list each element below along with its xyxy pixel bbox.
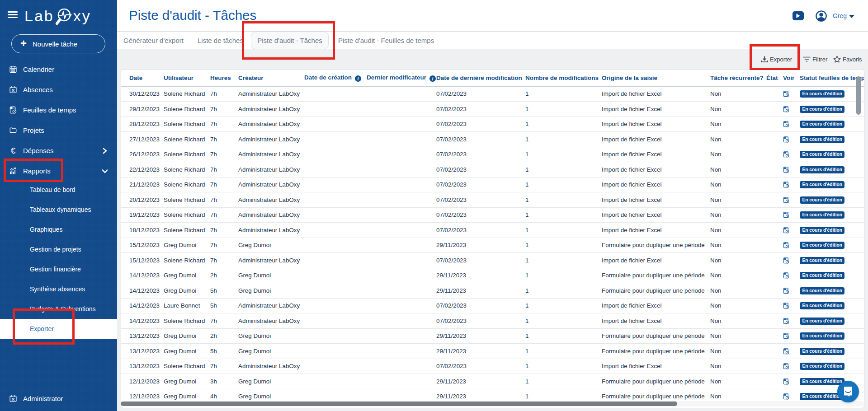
view-timesheet-icon[interactable] xyxy=(783,318,789,324)
view-timesheet-icon[interactable] xyxy=(783,363,789,369)
view-timesheet-icon[interactable] xyxy=(783,257,789,264)
table-row[interactable]: 21/12/2023 Solene Richard 7h Administrat… xyxy=(121,177,864,192)
cell-state xyxy=(758,117,775,132)
sidebar-submenu-item[interactable]: Synthèse absences xyxy=(0,279,117,299)
column-header[interactable]: Dernier modificateuri xyxy=(359,70,428,86)
table-row[interactable]: 18/12/2023 Solene Richard 7h Administrat… xyxy=(121,223,864,238)
table-row[interactable]: 13/12/2023 Greg Dumoi 2h Greg Dumoi 29/1… xyxy=(121,328,864,344)
view-timesheet-icon[interactable] xyxy=(783,106,789,112)
horizontal-scrollbar-thumb[interactable] xyxy=(121,402,677,406)
cell-view xyxy=(775,223,792,238)
view-timesheet-icon[interactable] xyxy=(783,333,789,339)
column-header[interactable]: Heures xyxy=(202,70,230,86)
sidebar-item[interactable]: Rapports xyxy=(0,161,117,181)
table-row[interactable]: 26/12/2023 Solene Richard 7h Administrat… xyxy=(121,147,864,162)
sidebar-submenu-item[interactable]: Gestion financière xyxy=(0,259,117,279)
sidebar-submenu-item[interactable]: Graphiques xyxy=(0,220,117,239)
view-timesheet-icon[interactable] xyxy=(783,136,789,143)
column-header[interactable]: Date de créationi xyxy=(296,70,359,86)
view-timesheet-icon[interactable] xyxy=(783,197,789,203)
user-menu[interactable]: Greg xyxy=(816,10,854,22)
cell-view xyxy=(775,359,792,374)
new-task-button[interactable]: + Nouvelle tâche xyxy=(11,34,105,53)
info-icon[interactable]: i xyxy=(429,75,436,82)
view-timesheet-icon[interactable] xyxy=(783,393,789,400)
hamburger-menu-icon[interactable] xyxy=(8,11,18,18)
cell-hours: 7h xyxy=(202,253,230,268)
sidebar-submenu-item[interactable]: Gestion de projets xyxy=(0,239,117,259)
column-header[interactable]: Statut feuilles de temps xyxy=(792,70,864,86)
vertical-scrollbar-thumb[interactable] xyxy=(856,76,861,115)
sidebar-submenu: Tableau de bord Tableaux dynamiques Grap… xyxy=(0,180,117,339)
table-row[interactable]: 14/12/2023 Greg Dumoi 2h Greg Dumoi 29/1… xyxy=(121,268,864,283)
video-tutorial-button[interactable] xyxy=(793,11,804,20)
view-timesheet-icon[interactable] xyxy=(783,121,789,127)
view-timesheet-icon[interactable] xyxy=(783,288,789,294)
column-header[interactable]: Utilisateur xyxy=(156,70,202,86)
info-icon[interactable]: i xyxy=(355,75,361,82)
table-row[interactable]: 20/12/2023 Solene Richard 7h Administrat… xyxy=(121,192,864,208)
sidebar-item[interactable]: € Dépenses xyxy=(0,140,117,161)
table-row[interactable]: 13/12/2023 Solene Richard 7h Administrat… xyxy=(121,359,864,374)
status-badge: En cours d'édition xyxy=(800,211,844,219)
favorites-button[interactable]: Favoris xyxy=(833,56,862,63)
cell-view xyxy=(775,207,792,223)
table-row[interactable]: 27/12/2023 Solene Richard 7h Administrat… xyxy=(121,132,864,147)
column-header[interactable]: Origine de la saisie xyxy=(594,70,702,86)
cell-state xyxy=(758,328,775,344)
column-header[interactable]: Nombre de modifications xyxy=(517,70,594,86)
tab-liste-de-t-ches[interactable]: Liste de tâches xyxy=(198,32,243,49)
view-timesheet-icon[interactable] xyxy=(783,378,789,385)
cell-created xyxy=(296,298,359,313)
table-row[interactable]: 30/12/2023 Solene Richard 7h Administrat… xyxy=(121,86,864,102)
view-timesheet-icon[interactable] xyxy=(783,227,789,234)
tab-g-n-rateur-d-export[interactable]: Générateur d'export xyxy=(123,32,184,49)
view-timesheet-icon[interactable] xyxy=(783,272,789,279)
view-timesheet-icon[interactable] xyxy=(783,167,789,173)
table-row[interactable]: 15/12/2023 Greg Dumoi 7h Greg Dumoi 29/1… xyxy=(121,238,864,253)
table-row[interactable]: 13/12/2023 Greg Dumoi 5h Greg Dumoi 29/1… xyxy=(121,344,864,359)
sidebar-submenu-item[interactable]: Budgets & Subventions xyxy=(0,299,117,319)
column-header[interactable]: Créateur xyxy=(230,70,296,86)
tab-piste-d-audit-feuilles-de-temps[interactable]: Piste d'audit - Feuilles de temps xyxy=(338,32,434,49)
view-timesheet-icon[interactable] xyxy=(783,212,789,218)
table-row[interactable]: 22/12/2023 Solene Richard 7h Administrat… xyxy=(121,162,864,177)
sidebar-item[interactable]: Absences xyxy=(0,79,117,100)
status-badge: En cours d'édition xyxy=(800,136,844,143)
chat-widget-button[interactable] xyxy=(837,381,859,402)
sidebar-item[interactable]: Calendrier xyxy=(0,59,117,79)
cell-user: Solene Richard xyxy=(156,313,202,329)
cell-state xyxy=(758,374,775,389)
column-header[interactable]: Date de dernière modification xyxy=(428,70,517,86)
view-timesheet-icon[interactable] xyxy=(783,151,789,158)
sidebar-item-administrator[interactable]: Administrator xyxy=(0,388,117,409)
tab-piste-d-audit-t-ches[interactable]: Piste d'audit - Tâches xyxy=(251,32,329,49)
sidebar-item[interactable]: Projets xyxy=(0,120,117,140)
export-button[interactable]: Exporter xyxy=(761,56,792,63)
view-timesheet-icon[interactable] xyxy=(783,182,789,188)
cell-last-modifier xyxy=(359,344,428,359)
table-row[interactable]: 12/12/2023 Greg Dumoi 3h Greg Dumoi 29/1… xyxy=(121,374,864,389)
cell-last-modifier xyxy=(359,313,428,329)
table-row[interactable]: 15/12/2023 Solene Richard 7h Administrat… xyxy=(121,253,864,268)
table-row[interactable]: 29/12/2023 Solene Richard 7h Administrat… xyxy=(121,102,864,117)
sidebar-submenu-item[interactable]: Tableau de bord xyxy=(0,180,117,200)
view-timesheet-icon[interactable] xyxy=(783,303,789,309)
filter-button[interactable]: Filtrer xyxy=(803,56,827,63)
view-timesheet-icon[interactable] xyxy=(783,348,789,355)
table-row[interactable]: 19/12/2023 Solene Richard 7h Administrat… xyxy=(121,207,864,223)
cell-recurrent: Non xyxy=(702,117,758,132)
table-row[interactable]: 28/12/2023 Solene Richard 7h Administrat… xyxy=(121,117,864,132)
cell-last-modifier xyxy=(359,374,428,389)
table-row[interactable]: 14/12/2023 Solene Richard 7h Administrat… xyxy=(121,313,864,329)
column-header[interactable]: Date xyxy=(121,70,156,86)
view-timesheet-icon[interactable] xyxy=(783,91,789,97)
cell-count: 1 xyxy=(517,162,594,177)
sidebar-submenu-item[interactable]: Exporter xyxy=(0,319,117,339)
sidebar-submenu-item[interactable]: Tableaux dynamiques xyxy=(0,200,117,220)
table-row[interactable]: 14/12/2023 Laure Bonnet 5h Administrateu… xyxy=(121,298,864,313)
column-header[interactable]: Tâche récurrente? xyxy=(702,70,758,86)
view-timesheet-icon[interactable] xyxy=(783,242,789,248)
sidebar-item[interactable]: Feuilles de temps xyxy=(0,100,117,120)
table-row[interactable]: 14/12/2023 Greg Dumoi 5h Greg Dumoi 29/1… xyxy=(121,283,864,299)
